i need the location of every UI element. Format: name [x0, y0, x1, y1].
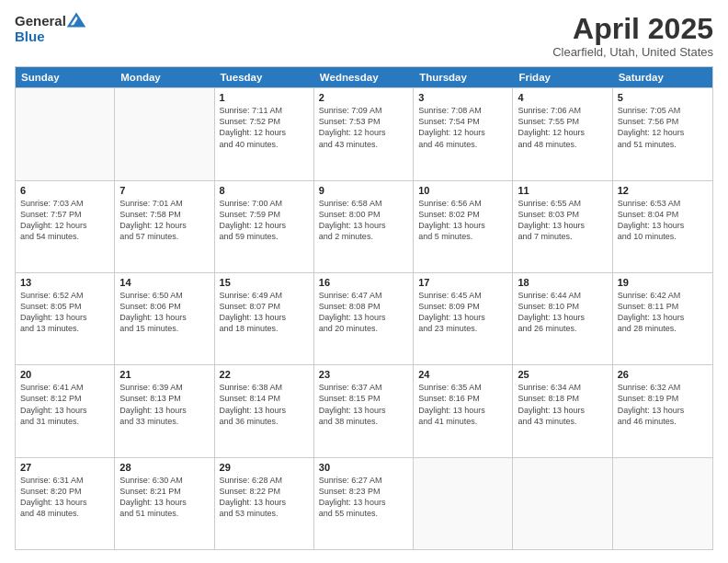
month-title: April 2025: [552, 13, 713, 45]
day-number: 15: [220, 277, 309, 288]
day-info: Sunrise: 6:45 AM Sunset: 8:09 PM Dayligh…: [418, 290, 507, 335]
cal-cell: 8Sunrise: 7:00 AM Sunset: 7:59 PM Daylig…: [215, 181, 314, 272]
cal-cell: 2Sunrise: 7:09 AM Sunset: 7:53 PM Daylig…: [314, 88, 414, 179]
day-number: 29: [220, 462, 309, 473]
day-number: 5: [618, 92, 708, 103]
day-number: 4: [518, 92, 607, 103]
day-info: Sunrise: 6:27 AM Sunset: 8:23 PM Dayligh…: [319, 475, 408, 520]
week-row-2: 6Sunrise: 7:03 AM Sunset: 7:57 PM Daylig…: [16, 180, 712, 272]
day-number: 7: [119, 185, 209, 196]
cal-cell: 17Sunrise: 6:45 AM Sunset: 8:09 PM Dayli…: [414, 273, 513, 364]
day-number: 14: [119, 277, 209, 288]
day-number: 25: [518, 369, 607, 380]
header-day-sunday: Sunday: [16, 67, 115, 87]
cal-cell: 26Sunrise: 6:32 AM Sunset: 8:19 PM Dayli…: [613, 365, 712, 456]
header-day-monday: Monday: [115, 67, 214, 87]
day-info: Sunrise: 7:08 AM Sunset: 7:54 PM Dayligh…: [418, 105, 507, 150]
day-info: Sunrise: 6:31 AM Sunset: 8:20 PM Dayligh…: [20, 475, 109, 520]
day-number: 16: [319, 277, 408, 288]
day-number: 26: [618, 369, 708, 380]
day-number: 10: [418, 185, 507, 196]
cal-cell: [16, 88, 115, 179]
cal-cell: 21Sunrise: 6:39 AM Sunset: 8:13 PM Dayli…: [115, 365, 214, 456]
cal-cell: 3Sunrise: 7:08 AM Sunset: 7:54 PM Daylig…: [414, 88, 513, 179]
cal-cell: 5Sunrise: 7:05 AM Sunset: 7:56 PM Daylig…: [613, 88, 712, 179]
header-day-friday: Friday: [513, 67, 612, 87]
cal-cell: 14Sunrise: 6:50 AM Sunset: 8:06 PM Dayli…: [115, 273, 214, 364]
page: General Blue April 2025 Clearfield, Utah…: [0, 0, 728, 563]
day-number: 23: [319, 369, 408, 380]
cal-cell: 12Sunrise: 6:53 AM Sunset: 8:04 PM Dayli…: [613, 181, 712, 272]
day-info: Sunrise: 6:42 AM Sunset: 8:11 PM Dayligh…: [618, 290, 708, 335]
day-info: Sunrise: 6:34 AM Sunset: 8:18 PM Dayligh…: [518, 382, 607, 427]
week-row-4: 20Sunrise: 6:41 AM Sunset: 8:12 PM Dayli…: [16, 364, 712, 456]
day-info: Sunrise: 6:28 AM Sunset: 8:22 PM Dayligh…: [220, 475, 309, 520]
header-day-tuesday: Tuesday: [215, 67, 314, 87]
day-info: Sunrise: 7:01 AM Sunset: 7:58 PM Dayligh…: [119, 198, 209, 243]
day-info: Sunrise: 7:06 AM Sunset: 7:55 PM Dayligh…: [518, 105, 607, 150]
day-info: Sunrise: 7:11 AM Sunset: 7:52 PM Dayligh…: [220, 105, 309, 150]
day-number: 6: [20, 185, 109, 196]
logo: General Blue: [15, 13, 85, 45]
day-info: Sunrise: 6:44 AM Sunset: 8:10 PM Dayligh…: [518, 290, 607, 335]
day-number: 17: [418, 277, 507, 288]
day-info: Sunrise: 6:39 AM Sunset: 8:13 PM Dayligh…: [119, 382, 209, 427]
day-info: Sunrise: 7:03 AM Sunset: 7:57 PM Dayligh…: [20, 198, 109, 243]
week-row-1: 1Sunrise: 7:11 AM Sunset: 7:52 PM Daylig…: [16, 87, 712, 179]
day-info: Sunrise: 6:58 AM Sunset: 8:00 PM Dayligh…: [319, 198, 408, 243]
week-row-5: 27Sunrise: 6:31 AM Sunset: 8:20 PM Dayli…: [16, 457, 712, 549]
cal-cell: 4Sunrise: 7:06 AM Sunset: 7:55 PM Daylig…: [513, 88, 612, 179]
day-info: Sunrise: 6:50 AM Sunset: 8:06 PM Dayligh…: [119, 290, 209, 335]
day-info: Sunrise: 6:47 AM Sunset: 8:08 PM Dayligh…: [319, 290, 408, 335]
day-info: Sunrise: 6:52 AM Sunset: 8:05 PM Dayligh…: [20, 290, 109, 335]
cal-cell: 10Sunrise: 6:56 AM Sunset: 8:02 PM Dayli…: [414, 181, 513, 272]
cal-cell: 18Sunrise: 6:44 AM Sunset: 8:10 PM Dayli…: [513, 273, 612, 364]
calendar: SundayMondayTuesdayWednesdayThursdayFrid…: [15, 66, 713, 550]
day-info: Sunrise: 6:38 AM Sunset: 8:14 PM Dayligh…: [220, 382, 309, 427]
day-info: Sunrise: 7:00 AM Sunset: 7:59 PM Dayligh…: [220, 198, 309, 243]
cal-cell: 13Sunrise: 6:52 AM Sunset: 8:05 PM Dayli…: [16, 273, 115, 364]
cal-cell: [414, 458, 513, 549]
day-info: Sunrise: 6:53 AM Sunset: 8:04 PM Dayligh…: [618, 198, 708, 243]
day-info: Sunrise: 6:35 AM Sunset: 8:16 PM Dayligh…: [418, 382, 507, 427]
day-number: 30: [319, 462, 408, 473]
logo-general: General: [15, 13, 66, 29]
cal-cell: 16Sunrise: 6:47 AM Sunset: 8:08 PM Dayli…: [314, 273, 414, 364]
cal-cell: 7Sunrise: 7:01 AM Sunset: 7:58 PM Daylig…: [115, 181, 214, 272]
title-area: April 2025 Clearfield, Utah, United Stat…: [552, 13, 713, 59]
day-info: Sunrise: 6:49 AM Sunset: 8:07 PM Dayligh…: [220, 290, 309, 335]
logo-icon: [67, 12, 85, 29]
day-number: 27: [20, 462, 109, 473]
day-number: 22: [220, 369, 309, 380]
cal-cell: 27Sunrise: 6:31 AM Sunset: 8:20 PM Dayli…: [16, 458, 115, 549]
cal-cell: 11Sunrise: 6:55 AM Sunset: 8:03 PM Dayli…: [513, 181, 612, 272]
day-info: Sunrise: 6:30 AM Sunset: 8:21 PM Dayligh…: [119, 475, 209, 520]
calendar-body: 1Sunrise: 7:11 AM Sunset: 7:52 PM Daylig…: [16, 87, 712, 549]
day-number: 13: [20, 277, 109, 288]
day-info: Sunrise: 7:05 AM Sunset: 7:56 PM Dayligh…: [618, 105, 708, 150]
cal-cell: 28Sunrise: 6:30 AM Sunset: 8:21 PM Dayli…: [115, 458, 214, 549]
header-day-wednesday: Wednesday: [314, 67, 414, 87]
day-number: 20: [20, 369, 109, 380]
day-info: Sunrise: 6:41 AM Sunset: 8:12 PM Dayligh…: [20, 382, 109, 427]
day-number: 11: [518, 185, 607, 196]
day-info: Sunrise: 7:09 AM Sunset: 7:53 PM Dayligh…: [319, 105, 408, 150]
cal-cell: 23Sunrise: 6:37 AM Sunset: 8:15 PM Dayli…: [314, 365, 414, 456]
cal-cell: 15Sunrise: 6:49 AM Sunset: 8:07 PM Dayli…: [215, 273, 314, 364]
day-number: 28: [119, 462, 209, 473]
header: General Blue April 2025 Clearfield, Utah…: [15, 13, 713, 59]
cal-cell: 9Sunrise: 6:58 AM Sunset: 8:00 PM Daylig…: [314, 181, 414, 272]
day-number: 2: [319, 92, 408, 103]
day-info: Sunrise: 6:56 AM Sunset: 8:02 PM Dayligh…: [418, 198, 507, 243]
location: Clearfield, Utah, United States: [552, 45, 713, 59]
logo-blue: Blue: [15, 29, 45, 44]
cal-cell: 29Sunrise: 6:28 AM Sunset: 8:22 PM Dayli…: [215, 458, 314, 549]
day-number: 18: [518, 277, 607, 288]
day-number: 19: [618, 277, 708, 288]
header-day-thursday: Thursday: [414, 67, 513, 87]
day-info: Sunrise: 6:37 AM Sunset: 8:15 PM Dayligh…: [319, 382, 408, 427]
calendar-header: SundayMondayTuesdayWednesdayThursdayFrid…: [16, 67, 712, 87]
cal-cell: 20Sunrise: 6:41 AM Sunset: 8:12 PM Dayli…: [16, 365, 115, 456]
day-info: Sunrise: 6:32 AM Sunset: 8:19 PM Dayligh…: [618, 382, 708, 427]
header-day-saturday: Saturday: [613, 67, 712, 87]
